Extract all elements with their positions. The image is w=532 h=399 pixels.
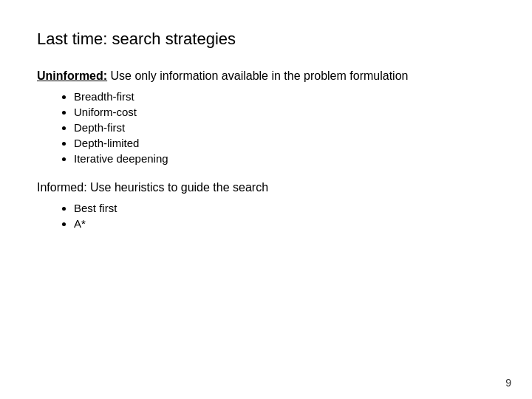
list-item: Depth-first [74, 121, 495, 134]
uninformed-rest: Use only information available in the pr… [107, 69, 408, 82]
list-item: A* [74, 217, 495, 230]
list-item: Uniform-cost [74, 106, 495, 118]
uninformed-list: Breadth-first Uniform-cost Depth-first D… [74, 90, 495, 165]
list-item: Breadth-first [74, 90, 495, 103]
uninformed-bold: Uninformed: [37, 69, 107, 82]
informed-label: Informed: Use heuristics to guide the se… [37, 181, 495, 194]
list-item: Iterative deepening [74, 152, 495, 165]
list-item: Best first [74, 202, 495, 214]
list-item: Depth-limited [74, 137, 495, 149]
slide-title: Last time: search strategies [37, 30, 495, 49]
slide-content: Last time: search strategies Uninformed:… [0, 0, 532, 268]
page-number: 9 [505, 377, 511, 389]
informed-list: Best first A* [74, 202, 495, 230]
uninformed-label: Uninformed: Use only information availab… [37, 69, 495, 83]
informed-section: Informed: Use heuristics to guide the se… [37, 181, 495, 230]
